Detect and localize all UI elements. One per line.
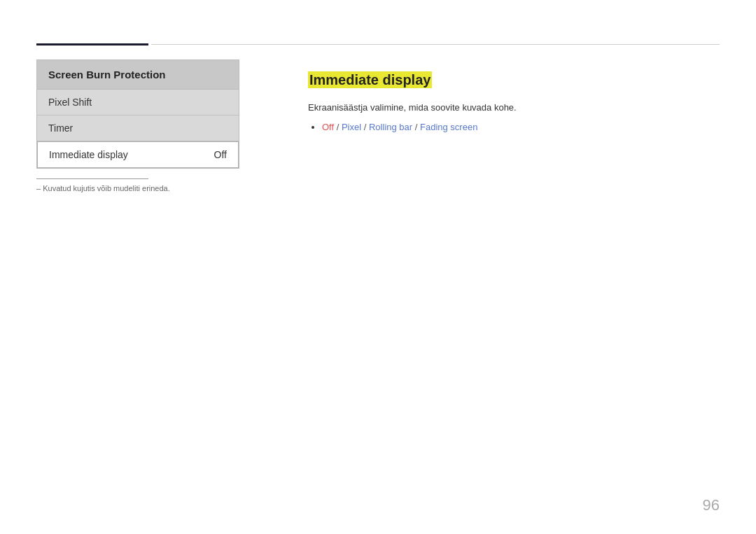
page-heading: Immediate display [308,71,432,88]
option-fading: Fading screen [420,122,477,132]
left-panel: Screen Burn Protection Pixel Shift Timer… [36,59,239,169]
top-divider [36,43,720,45]
description-text: Ekraanisäästja valimine, mida soovite ku… [308,101,720,115]
menu-item-label: Timer [48,122,73,134]
immediate-display-value: Off [214,149,227,160]
page-number: 96 [703,496,720,514]
option-rolling: Rolling bar [369,122,412,132]
menu-item-timer[interactable]: Timer [37,115,239,141]
separator-1: / [334,122,342,132]
right-panel: Immediate display Ekraanisäästja valimin… [308,70,720,134]
separator-3: / [412,122,420,132]
footnote: – Kuvatud kujutis võib mudeliti erineda. [36,184,170,192]
immediate-display-label: Immediate display [49,149,128,160]
top-line-accent [36,43,148,45]
menu-box: Screen Burn Protection Pixel Shift Timer… [36,59,239,169]
footnote-divider [36,178,148,179]
menu-title: Screen Burn Protection [37,60,239,90]
options-item: Off / Pixel / Rolling bar / Fading scree… [322,120,720,135]
menu-item-label: Pixel Shift [48,97,92,108]
option-off: Off [322,122,334,132]
menu-item-immediate-display[interactable]: Immediate display Off [37,141,239,168]
option-pixel: Pixel [342,122,361,132]
options-list: Off / Pixel / Rolling bar / Fading scree… [308,120,720,135]
menu-item-pixel-shift[interactable]: Pixel Shift [37,90,239,115]
heading-container: Immediate display [308,70,720,90]
separator-2: / [361,122,369,132]
top-line-light [151,44,720,45]
